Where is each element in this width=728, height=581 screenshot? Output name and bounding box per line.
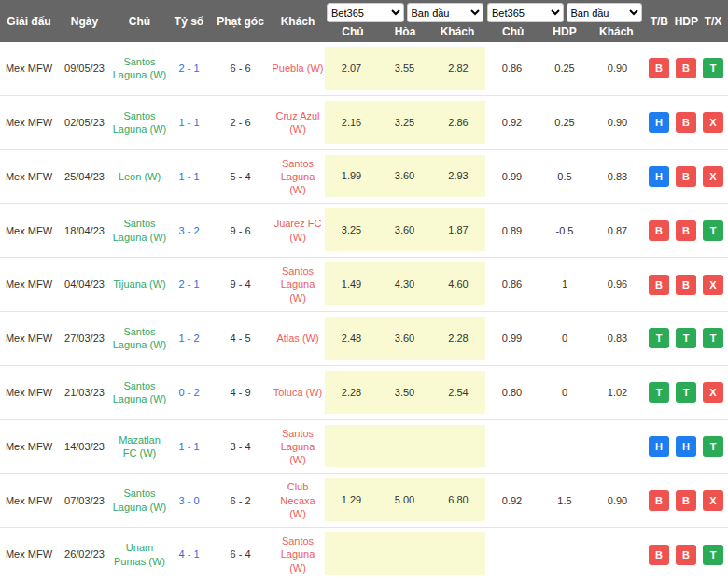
table-row: Mex MFW 14/03/23 Mazatlan FC (W) 1 - 1 3…	[0, 420, 728, 475]
corners-score: 5 - 4	[210, 150, 271, 204]
score-link[interactable]: 1 - 2	[168, 312, 210, 365]
odds-home-initial: 1.49	[325, 262, 378, 305]
away-team-name: Toluca (W)	[271, 366, 325, 419]
match-date: 09/05/23	[58, 42, 111, 95]
odds-away-initial	[431, 532, 485, 575]
result-badge-hdp: B	[676, 112, 696, 133]
odds-handicap-group-header: Bet365 Ban đầu Chủ HDP Khách	[485, 0, 644, 42]
result-badges: H B X	[644, 150, 728, 204]
league-cell: Mex MFW	[0, 474, 58, 527]
odds-home-initial: 2.16	[325, 101, 378, 144]
corners-score: 9 - 4	[210, 258, 271, 311]
ah-away-odds: 0.96	[591, 258, 644, 311]
odds-home-initial	[325, 532, 378, 575]
corners-score: 6 - 4	[210, 528, 271, 581]
col-header-date: Ngày	[58, 0, 111, 42]
match-history-table: Giải đấu Ngày Chủ Tỷ số Phạt góc Khách B…	[0, 0, 728, 581]
odds-away-initial: 2.54	[431, 371, 485, 414]
score-link[interactable]: 1 - 1	[168, 420, 210, 474]
result-badge-hdp: B	[676, 58, 696, 78]
ah-home-odds: 0.80	[485, 366, 539, 419]
result-badge-tb: T	[649, 328, 669, 348]
away-team-name: Santos Laguna (W)	[271, 420, 325, 474]
corners-score: 4 - 9	[210, 366, 271, 419]
score-link[interactable]: 2 - 1	[168, 258, 210, 311]
away-team-name: Atlas (W)	[271, 312, 325, 365]
line-select-hdp[interactable]: Ban đầu	[567, 3, 643, 22]
score-link[interactable]: 3 - 2	[168, 204, 210, 257]
bookmaker-select-1x2[interactable]: Bet365	[327, 3, 404, 22]
bookmaker-select-hdp[interactable]: Bet365	[487, 3, 564, 22]
odds-draw-initial: 3.60	[378, 317, 431, 360]
odds-draw-initial	[378, 532, 431, 575]
score-link[interactable]: 0 - 2	[168, 366, 210, 419]
odds-away-initial: 1.87	[431, 208, 485, 251]
result-badges: H H T	[644, 420, 728, 474]
ah-away-odds: 0.83	[591, 312, 644, 365]
subcol-1x2-home: Chủ	[327, 24, 379, 39]
result-badges: H B X	[644, 96, 728, 149]
col-header-tb: T/B	[651, 15, 668, 28]
result-badges: B B X	[644, 474, 728, 527]
line-select-1x2[interactable]: Ban đầu	[407, 3, 484, 22]
odds-away-initial: 2.86	[431, 101, 485, 144]
away-team-name: Puebla (W)	[271, 42, 325, 95]
result-badge-tb: B	[649, 58, 669, 78]
odds-draw-initial: 3.25	[378, 101, 431, 144]
home-team-name: Santos Laguna (W)	[111, 96, 168, 149]
result-badge-tb: H	[649, 436, 669, 457]
score-link[interactable]: 3 - 0	[168, 474, 210, 527]
league-cell: Mex MFW	[0, 150, 58, 204]
ah-home-odds: 0.86	[485, 258, 539, 311]
odds-home-initial: 1.99	[325, 155, 378, 198]
result-columns-header: T/B HDP T/X	[644, 0, 728, 42]
match-date: 14/03/23	[58, 420, 111, 474]
corners-score: 2 - 6	[210, 96, 271, 149]
match-date: 25/04/23	[58, 150, 111, 204]
result-badge-tb: B	[649, 275, 669, 295]
score-link[interactable]: 4 - 1	[168, 528, 210, 581]
match-date: 02/05/23	[58, 96, 111, 149]
subcol-hdp-line: HDP	[539, 24, 590, 39]
result-badge-hdp: B	[676, 275, 696, 295]
ah-home-odds: 0.99	[485, 312, 539, 365]
score-link[interactable]: 2 - 1	[168, 42, 210, 95]
table-body: Mex MFW 09/05/23 Santos Laguna (W) 2 - 1…	[0, 42, 728, 581]
result-badges: T T X	[644, 366, 728, 419]
corners-score: 6 - 2	[210, 474, 271, 527]
table-row: Mex MFW 07/03/23 Santos Laguna (W) 3 - 0…	[0, 474, 728, 528]
league-cell: Mex MFW	[0, 258, 58, 311]
corners-score: 6 - 6	[210, 42, 271, 95]
result-badge-hdp: B	[676, 220, 696, 241]
odds-home-initial	[325, 425, 378, 468]
score-link[interactable]: 1 - 1	[168, 96, 210, 149]
match-date: 21/03/23	[58, 366, 111, 419]
ah-away-odds	[591, 528, 644, 581]
odds-away-initial: 6.80	[431, 478, 485, 521]
table-row: Mex MFW 09/05/23 Santos Laguna (W) 2 - 1…	[0, 42, 728, 96]
ah-handicap	[539, 528, 591, 581]
ah-away-odds	[591, 420, 644, 474]
table-row: Mex MFW 18/04/23 Santos Laguna (W) 3 - 2…	[0, 204, 728, 258]
away-team-name: Juarez FC (W)	[271, 204, 325, 257]
ah-handicap: 0	[539, 312, 591, 365]
league-cell: Mex MFW	[0, 420, 58, 474]
result-badge-tb: B	[649, 490, 669, 511]
away-team-name: Cruz Azul (W)	[271, 96, 325, 149]
corners-score: 4 - 5	[210, 312, 271, 365]
odds-away-initial: 2.82	[431, 47, 485, 90]
result-badge-hdp: B	[676, 166, 696, 187]
result-badge-tb: H	[649, 166, 669, 187]
odds-home-initial: 1.29	[325, 478, 378, 521]
ah-home-odds	[485, 528, 539, 581]
home-team-name: Mazatlan FC (W)	[111, 420, 168, 474]
home-team-name: Santos Laguna (W)	[111, 204, 168, 257]
result-badge-tx: T	[703, 328, 723, 348]
result-badge-tx: T	[703, 220, 723, 241]
league-cell: Mex MFW	[0, 42, 58, 95]
result-badges: B B X	[644, 258, 728, 311]
home-team-name: Santos Laguna (W)	[111, 474, 168, 527]
score-link[interactable]: 1 - 1	[168, 150, 210, 204]
ah-home-odds: 0.89	[485, 204, 539, 257]
col-header-away: Khách	[271, 0, 325, 42]
